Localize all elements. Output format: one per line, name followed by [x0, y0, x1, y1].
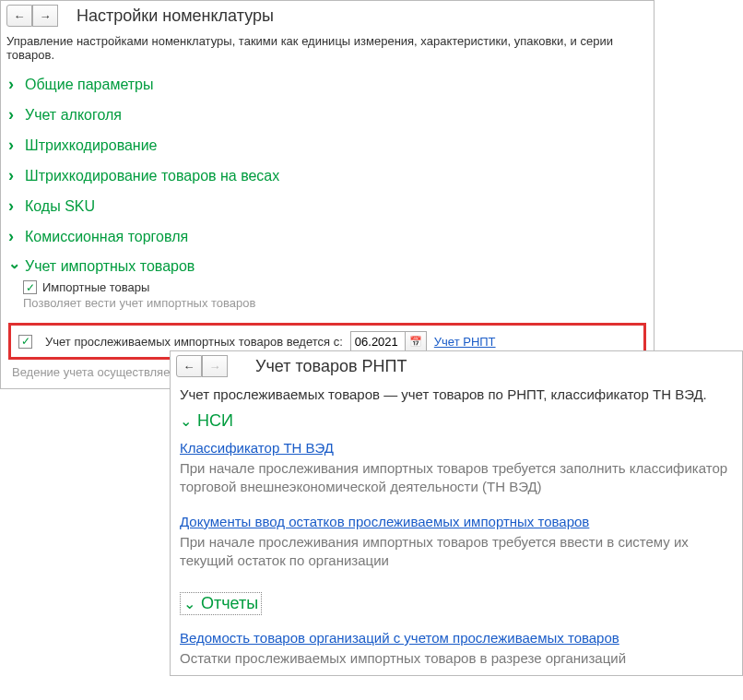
rnpt-toolbar: ← → Учет товаров РНПТ [171, 351, 742, 381]
rnpt-window: ← → Учет товаров РНПТ Учет прослеживаемы… [170, 350, 743, 676]
import-goods-label: Импортные товары [42, 280, 149, 294]
rnpt-nav-forward-button[interactable]: → [202, 355, 228, 377]
section-alcohol[interactable]: Учет алкоголя [8, 105, 648, 125]
toolbar: ← → Настройки номенклатуры [1, 1, 654, 30]
rnpt-page-title: Учет товаров РНПТ [255, 357, 407, 376]
import-goods-checkbox[interactable]: ✓ [23, 280, 37, 294]
import-content: ✓ Импортные товары Позволяет вести учет … [8, 275, 648, 310]
track-import-label: Учет прослеживаемых импортных товаров ве… [45, 335, 343, 349]
section-import[interactable]: Учет импортных товаров [8, 257, 648, 275]
stock-docs-desc: При начале прослеживания импортных товар… [180, 533, 733, 571]
track-import-checkbox[interactable]: ✓ [18, 335, 32, 349]
rnpt-description: Учет прослеживаемых товаров — учет товар… [180, 386, 733, 402]
org-goods-report-link[interactable]: Ведомость товаров организаций с учетом п… [180, 630, 619, 646]
settings-window: ← → Настройки номенклатуры Управление на… [0, 0, 655, 389]
rnpt-nav-back-button[interactable]: ← [176, 355, 202, 377]
page-description: Управление настройками номенклатуры, так… [1, 30, 654, 69]
track-date-input[interactable] [350, 331, 406, 351]
section-commission[interactable]: Комиссионная торговля [8, 227, 648, 246]
nav-back-button[interactable]: ← [6, 5, 32, 27]
calendar-icon: 📅 [409, 336, 422, 348]
tnved-classifier-link[interactable]: Классификатор ТН ВЭД [180, 440, 334, 456]
reports-section-header[interactable]: ⌄Отчеты [180, 583, 733, 621]
nav-forward-button[interactable]: → [32, 5, 58, 27]
page-title: Настройки номенклатуры [77, 6, 274, 26]
section-general[interactable]: Общие параметры [8, 75, 648, 94]
nsi-section-header[interactable]: ⌄НСИ [180, 411, 733, 431]
tnved-classifier-desc: При начале прослеживания импортных товар… [180, 459, 733, 497]
import-goods-hint: Позволяет вести учет импортных товаров [23, 296, 648, 310]
rnpt-link[interactable]: Учет РНПТ [434, 335, 496, 349]
calendar-button[interactable]: 📅 [405, 331, 427, 351]
stock-docs-link[interactable]: Документы ввод остатков прослеживаемых и… [180, 514, 589, 529]
section-barcode[interactable]: Штрихкодирование [8, 136, 648, 155]
section-sku[interactable]: Коды SKU [8, 196, 648, 216]
org-goods-report-desc: Остатки прослеживаемых импортных товаров… [180, 649, 733, 668]
section-barcode-scales[interactable]: Штрихкодирование товаров на весах [8, 166, 648, 185]
